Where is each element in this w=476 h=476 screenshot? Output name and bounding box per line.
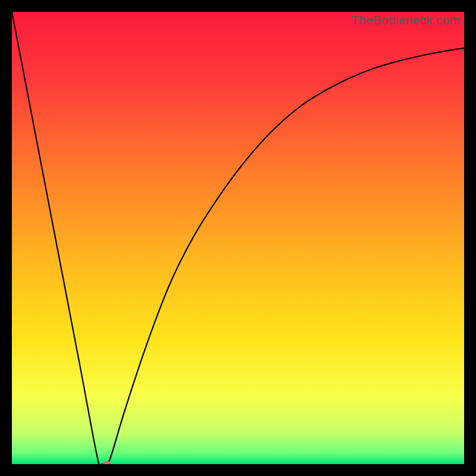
watermark-text: TheBottleneck.com — [352, 13, 461, 27]
gradient-background — [12, 12, 464, 464]
bottleneck-chart — [12, 12, 464, 464]
chart-frame: TheBottleneck.com — [12, 12, 464, 464]
